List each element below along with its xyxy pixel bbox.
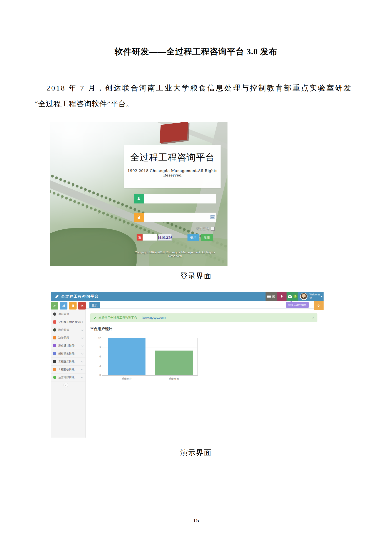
chevron-down-icon (81, 376, 83, 378)
y-tick-label: 3 (95, 365, 101, 367)
flask-icon (53, 368, 56, 371)
password-input[interactable] (144, 213, 216, 222)
soft-keyboard-icon[interactable] (210, 215, 215, 220)
sidebar-item-label: 后台首页 (58, 312, 83, 316)
remember-password-label: 记住密码 (196, 226, 209, 231)
folder-icon (53, 320, 56, 324)
remember-password: 记住密码 (174, 226, 215, 231)
sidebar-item-label: 全过程工程咨询知识库 (58, 320, 81, 324)
user-icon (137, 197, 141, 201)
password-icon (134, 213, 144, 222)
bell-icon (280, 295, 284, 298)
y-tick-label: 12 (95, 337, 101, 339)
sidebar-item-label: 工程验收阶段 (58, 368, 81, 371)
form-divider (134, 232, 216, 232)
document-page: 软件研发——全过程工程咨询平台 3.0 发布 2018 年 7 月，创达联合河南… (0, 0, 392, 555)
bar-chart-plot: 036912系统用户系统会员 (102, 338, 198, 376)
book-icon (71, 304, 75, 308)
unread-count-badge: 2 (293, 294, 297, 298)
sidebar-item-label: 招标采购阶段 (58, 352, 81, 355)
user-menu[interactable]: Welcome 张三 (309, 293, 320, 300)
chevron-down-icon (81, 336, 83, 339)
caption-demo: 演示界面 (0, 448, 392, 458)
username-input[interactable] (144, 194, 216, 203)
tab-home[interactable]: 主页 (89, 302, 100, 309)
platform-subtitle: 1992-2018 Chuangda Management.All Rights… (124, 169, 221, 178)
red-building (160, 122, 188, 143)
y-tick-label: 9 (95, 346, 101, 349)
welcome-text: Welcome (309, 293, 320, 296)
sidebar-collapse-row (51, 381, 85, 389)
leaf-icon (53, 328, 56, 332)
register-button[interactable]: 注册 (201, 234, 213, 241)
chevron-down-icon (81, 344, 83, 347)
login-button[interactable]: 登录 (187, 234, 199, 241)
sidebar-item[interactable]: 工程施工阶段 (51, 358, 85, 366)
captcha-code[interactable]: HK29 (158, 234, 172, 241)
y-tick-label: 0 (95, 374, 101, 377)
sidebar-item[interactable]: 后台首页 (51, 310, 85, 318)
login-screenshot: 全过程工程咨询平台 1992-2018 Chuangda Management.… (50, 122, 227, 266)
sidebar-item[interactable]: 勘察设计阶段 (51, 342, 85, 350)
panel-settings-button[interactable] (314, 301, 324, 310)
sidebar-item[interactable]: 运营维护阶段 (51, 374, 85, 381)
alert-link[interactable]: （www.qgcgc.com） (140, 316, 167, 320)
sidebar-item[interactable]: 政府监管 (51, 326, 85, 334)
chevron-down-icon (81, 368, 83, 370)
dashboard-sidebar: 后台首页全过程工程咨询知识库政府监管决策阶段勘察设计阶段招标采购阶段工程施工阶段… (51, 310, 86, 438)
sidebar-item-label: 勘察设计阶段 (58, 344, 81, 348)
username-text: 张三 (309, 296, 320, 300)
sidebar-item[interactable]: 决策阶段 (51, 334, 85, 342)
caption-login: 登录界面 (0, 271, 392, 281)
chevron-down-icon (320, 296, 323, 297)
cogs-icon (80, 304, 84, 308)
dashboard-icon (53, 312, 56, 316)
pencil-icon (53, 304, 56, 308)
dashboard-sidebar-menu: 后台首页全过程工程咨询知识库政府监管决策阶段勘察设计阶段招标采购阶段工程施工阶段… (51, 310, 85, 381)
sidebar-item-label: 决策阶段 (58, 336, 81, 340)
envelope-icon (288, 295, 292, 298)
chart-bar (155, 351, 193, 375)
dashboard-screenshot: 全过程工程咨询平台 (51, 292, 324, 438)
quick-docs-button[interactable] (69, 302, 77, 310)
gear-icon (317, 304, 320, 308)
chevron-down-icon (81, 328, 83, 331)
sidebar-item[interactable]: 招标采购阶段 (51, 350, 85, 358)
megaphone-icon (53, 352, 56, 355)
sidebar-item-label: 工程施工阶段 (58, 360, 81, 363)
alert-text: 欢迎使用全过程工程咨询平台 (99, 316, 137, 320)
login-copyright: Copyright 1992-2018 Chuangda Management.… (128, 250, 222, 258)
chevron-right-icon (81, 321, 83, 323)
x-category-label: 系统用户 (108, 377, 145, 381)
grid-icon (53, 336, 56, 339)
sidebar-item[interactable]: 工程验收阶段 (51, 366, 85, 374)
quick-edit-button[interactable] (51, 302, 58, 310)
alert-close-button[interactable]: × (312, 316, 314, 319)
username-icon (134, 194, 144, 203)
x-axis (102, 375, 198, 376)
leaf-logo-icon (55, 294, 59, 299)
notifications-button[interactable] (277, 292, 287, 301)
welcome-alert: 欢迎使用全过程工程咨询平台 （www.qgcgc.com） × (90, 313, 317, 322)
sidebar-item[interactable]: 全过程工程咨询知识库 (51, 318, 85, 326)
page-title: 软件研发——全过程工程咨询平台 3.0 发布 (0, 46, 392, 57)
paragraph-line-1: 2018 年 7 月，创达联合河南工业大学粮食信息处理与控制教育部重点实验室研发 (46, 83, 352, 93)
globe-icon (53, 376, 56, 379)
messages-button[interactable]: 2 (287, 292, 298, 301)
sidebar-item-label: 政府监管 (58, 328, 81, 332)
remember-password-checkbox[interactable] (211, 227, 215, 231)
x-category-label: 系统会员 (155, 377, 193, 381)
user-avatar[interactable] (300, 293, 308, 300)
y-tick-label: 6 (95, 355, 101, 358)
check-icon (93, 316, 97, 319)
dashboard-title: 全过程工程咨询平台 (61, 294, 99, 299)
gavel-icon (53, 360, 56, 363)
captcha-input[interactable] (143, 234, 157, 241)
quick-stats-button[interactable] (60, 302, 67, 310)
task-list-button[interactable] (266, 292, 277, 301)
sidebar-collapse-button[interactable] (63, 383, 68, 387)
quick-settings-button[interactable] (78, 302, 86, 310)
sidebar-item-label: 运营维护阶段 (58, 376, 81, 379)
captcha-icon: 验 (137, 234, 143, 241)
login-title-panel: 全过程工程咨询平台 1992-2018 Chuangda Management.… (124, 145, 221, 188)
